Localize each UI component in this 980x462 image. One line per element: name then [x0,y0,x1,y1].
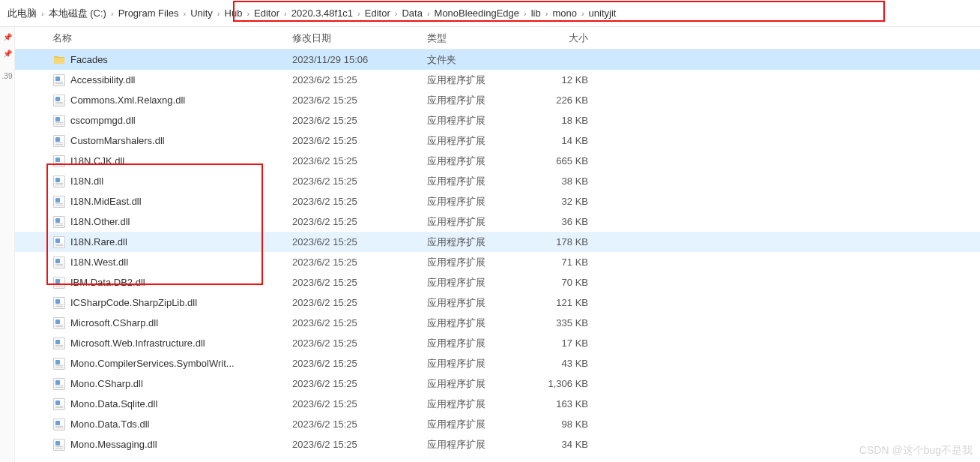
breadcrumb-item[interactable]: Unity [187,0,216,26]
dll-file-icon [52,134,66,148]
dll-file-icon [52,418,66,431]
breadcrumb-item[interactable]: mono [549,0,580,26]
breadcrumb-item[interactable]: Program Files [115,0,182,26]
table-row[interactable]: Mono.Data.Tds.dll2023/6/2 15:25应用程序扩展98 … [15,414,980,434]
file-date: 2023/6/2 15:25 [292,236,427,248]
dll-file-icon [52,114,66,128]
file-type: 应用程序扩展 [427,276,536,290]
column-header-date[interactable]: 修改日期 [292,32,427,45]
breadcrumb-item[interactable]: Editor [251,0,282,26]
breadcrumb-item[interactable]: Hub [222,0,246,26]
table-row[interactable]: I18N.Other.dll2023/6/2 15:25应用程序扩展36 KB [15,212,980,232]
table-row[interactable]: I18N.West.dll2023/6/2 15:25应用程序扩展71 KB [15,252,980,272]
file-date: 2023/6/2 15:25 [292,439,427,450]
column-header-name[interactable]: 名称 [52,32,292,45]
breadcrumb-item[interactable]: 2020.3.48f1c1 [288,0,356,26]
breadcrumb-item[interactable]: Editor [362,0,393,26]
file-name: I18N.dll [70,176,292,187]
dll-file-icon [52,154,66,168]
dll-file-icon [52,175,66,188]
breadcrumb-item[interactable]: 本地磁盘 (C:) [46,0,109,26]
file-size: 163 KB [536,398,596,410]
file-type: 应用程序扩展 [427,114,536,128]
file-size: 98 KB [536,418,596,430]
table-row[interactable]: Facades2023/11/29 15:06文件夹 [15,50,980,70]
table-row[interactable]: I18N.CJK.dll2023/6/2 15:25应用程序扩展665 KB [15,151,980,171]
file-date: 2023/6/2 15:25 [292,155,427,166]
breadcrumb-item[interactable]: lib [528,0,544,26]
table-row[interactable]: Microsoft.CSharp.dll2023/6/2 15:25应用程序扩展… [15,313,980,333]
file-name: I18N.West.dll [70,256,292,268]
pin-icon: 📌 [3,50,12,58]
file-size: 1,306 KB [536,378,596,389]
file-date: 2023/6/2 15:25 [292,135,427,146]
chevron-right-icon: › [356,9,362,18]
file-size: 34 KB [536,439,596,450]
content-area: 名称 修改日期 类型 大小 Facades2023/11/29 15:06文件夹… [15,27,980,462]
file-type: 应用程序扩展 [427,296,536,310]
dll-file-icon [52,74,66,87]
gutter-text: .39 [2,72,13,80]
breadcrumb-item[interactable]: unityjit [586,0,620,26]
table-row[interactable]: Mono.Data.Sqlite.dll2023/6/2 15:25应用程序扩展… [15,394,980,414]
breadcrumb[interactable]: 此电脑›本地磁盘 (C:)›Program Files›Unity›Hub›Ed… [0,0,980,27]
file-name: Microsoft.Web.Infrastructure.dll [70,338,292,349]
file-size: 226 KB [536,94,596,106]
chevron-right-icon: › [109,9,115,18]
chevron-right-icon: › [544,9,550,18]
file-size: 18 KB [536,115,596,126]
pin-icon: 📌 [3,33,12,41]
breadcrumb-item[interactable]: 此电脑 [4,0,40,26]
chevron-right-icon: › [182,9,188,18]
file-date: 2023/6/2 15:25 [292,398,427,410]
file-name: Facades [70,54,292,65]
file-name: Mono.CSharp.dll [70,378,292,389]
table-row[interactable]: ICSharpCode.SharpZipLib.dll2023/6/2 15:2… [15,292,980,313]
file-name: Mono.Messaging.dll [70,439,292,450]
file-date: 2023/6/2 15:25 [292,216,427,227]
dll-file-icon [52,377,66,391]
file-name: I18N.CJK.dll [70,155,292,166]
file-name: Mono.Data.Tds.dll [70,418,292,430]
file-date: 2023/6/2 15:25 [292,277,427,288]
file-name: I18N.MidEast.dll [70,196,292,207]
file-date: 2023/6/2 15:25 [292,317,427,328]
file-date: 2023/6/2 15:25 [292,297,427,308]
table-row[interactable]: I18N.Rare.dll2023/6/2 15:25应用程序扩展178 KB [15,232,980,252]
table-row[interactable]: I18N.dll2023/6/2 15:25应用程序扩展38 KB [15,171,980,191]
breadcrumb-item[interactable]: MonoBleedingEdge [432,0,522,26]
table-row[interactable]: Accessibility.dll2023/6/2 15:25应用程序扩展12 … [15,70,980,90]
file-type: 应用程序扩展 [427,175,536,188]
dll-file-icon [52,256,66,269]
dll-file-icon [52,357,66,370]
file-size: 665 KB [536,155,596,166]
table-row[interactable]: Commons.Xml.Relaxng.dll2023/6/2 15:25应用程… [15,90,980,110]
file-date: 2023/6/2 15:25 [292,115,427,126]
column-header-type[interactable]: 类型 [427,32,536,45]
table-row[interactable]: CustomMarshalers.dll2023/6/2 15:25应用程序扩展… [15,130,980,151]
file-size: 178 KB [536,236,596,248]
file-name: I18N.Other.dll [70,216,292,227]
breadcrumb-item[interactable]: Data [399,0,425,26]
table-row[interactable]: I18N.MidEast.dll2023/6/2 15:25应用程序扩展32 K… [15,191,980,212]
file-size: 36 KB [536,216,596,227]
file-date: 2023/6/2 15:25 [292,338,427,349]
file-date: 2023/6/2 15:25 [292,74,427,86]
file-size: 43 KB [536,358,596,369]
file-type: 应用程序扩展 [427,337,536,350]
file-date: 2023/6/2 15:25 [292,358,427,369]
dll-file-icon [52,316,66,330]
table-row[interactable]: Mono.CompilerServices.SymbolWrit...2023/… [15,353,980,374]
table-row[interactable]: cscompmgd.dll2023/6/2 15:25应用程序扩展18 KB [15,110,980,130]
file-name: IBM.Data.DB2.dll [70,277,292,288]
file-type: 应用程序扩展 [427,154,536,168]
file-size: 17 KB [536,338,596,349]
table-row[interactable]: Mono.Messaging.dll2023/6/2 15:25应用程序扩展34… [15,434,980,454]
file-type: 应用程序扩展 [427,256,536,269]
table-row[interactable]: Microsoft.Web.Infrastructure.dll2023/6/2… [15,333,980,353]
file-name: I18N.Rare.dll [70,236,292,248]
file-type: 应用程序扩展 [427,74,536,87]
table-row[interactable]: IBM.Data.DB2.dll2023/6/2 15:25应用程序扩展70 K… [15,272,980,292]
table-row[interactable]: Mono.CSharp.dll2023/6/2 15:25应用程序扩展1,306… [15,374,980,394]
column-header-size[interactable]: 大小 [536,32,596,45]
